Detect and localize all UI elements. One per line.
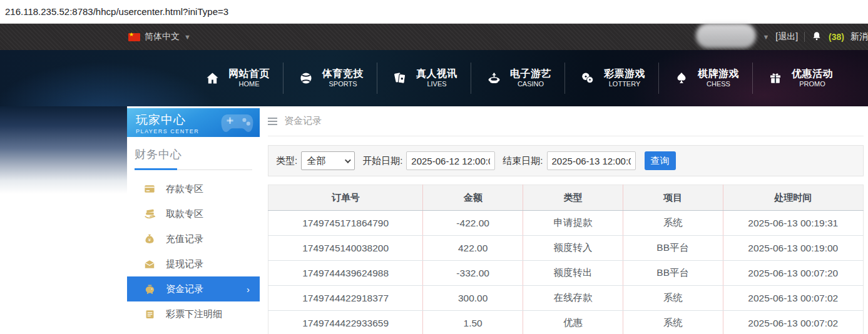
- search-button[interactable]: 查询: [645, 151, 676, 170]
- nav-item[interactable]: 棋牌游戏 CHESS: [658, 63, 752, 94]
- table-header-cell: 金额: [423, 185, 523, 211]
- sidebar-item[interactable]: ¥ 充值记录 ›: [127, 226, 260, 251]
- lottery-balls-icon: [578, 71, 597, 86]
- nav-item-label-en: LOTTERY: [609, 80, 641, 89]
- type-select-value: 全部: [307, 155, 325, 167]
- piggy-bank-icon: [143, 283, 156, 295]
- playing-cards-icon: [391, 71, 409, 86]
- new-messages-link[interactable]: 新消息: [850, 31, 868, 43]
- language-label: 简体中文: [145, 31, 180, 43]
- divider: [804, 32, 805, 42]
- finance-section-title: 财务中心: [135, 147, 252, 170]
- background-fade: [0, 106, 127, 194]
- sidebar: 玩家中心 PLAYERS CENTER 财务中心 存款专区: [127, 108, 260, 334]
- amount-cell: 422.00: [423, 236, 523, 261]
- table-header-cell: 处理时间: [723, 185, 863, 211]
- project-cell: 系统: [623, 311, 723, 334]
- breadcrumb-label: 资金记录: [284, 115, 322, 127]
- main-nav: 网站首页 HOME 体育竞技 SPORTS 真人视讯 LIVES: [0, 50, 868, 106]
- document-icon: [143, 309, 156, 320]
- type-cell: 额度转入: [523, 236, 623, 261]
- sidebar-item-label: 取款专区: [166, 208, 203, 220]
- time-cell: 2025-06-13 00:07:02: [723, 311, 863, 334]
- order-number-cell: 1749744439624988: [268, 261, 423, 286]
- funds-record-table: 订单号 金额 类型 项目 处理时间 1749745171864790: [268, 185, 864, 334]
- nav-item-label-en: CASINO: [518, 80, 544, 89]
- sidebar-item[interactable]: 彩票下注明细 ›: [127, 301, 260, 326]
- sidebar-item-label: 存款专区: [166, 183, 203, 195]
- browser-address-bar[interactable]: 216.118.235.52:8783/hhcp/usercenter.html…: [0, 0, 868, 24]
- gamepad-icon: [220, 112, 255, 137]
- roulette-icon: [484, 71, 503, 86]
- username-blurred: [696, 23, 756, 48]
- table-header-row: 订单号 金额 类型 项目 处理时间: [268, 185, 864, 211]
- amount-cell: -332.00: [423, 261, 523, 286]
- sidebar-item[interactable]: 存款专区 ›: [127, 176, 260, 201]
- envelope-cash-icon: [143, 258, 156, 270]
- nav-item[interactable]: 电子游艺 CASINO: [471, 63, 564, 94]
- main-content: 资金记录 类型: 全部 开始日期: 结束日期: 查询 订单号 金额: [268, 106, 864, 334]
- project-cell: BB平台: [623, 236, 723, 261]
- table-header-cell: 类型: [523, 185, 623, 211]
- table-row: 1749745171864790 -422.00 申请提款 系统 2025-06…: [268, 211, 864, 236]
- time-cell: 2025-06-13 00:07:20: [723, 261, 863, 286]
- breadcrumb: 资金记录: [268, 106, 864, 136]
- table-header-cell: 项目: [623, 185, 723, 211]
- sidebar-item[interactable]: 资金记录 ›: [127, 276, 260, 301]
- sidebar-item[interactable]: 取款专区 ›: [127, 201, 260, 226]
- type-label: 类型:: [276, 155, 297, 167]
- nav-item[interactable]: 体育竞技 SPORTS: [283, 63, 377, 94]
- players-center-header: 玩家中心 PLAYERS CENTER: [127, 108, 260, 137]
- order-number-cell: 1749745140038200: [268, 236, 423, 261]
- page-url[interactable]: 216.118.235.52:8783/hhcp/usercenter.html…: [5, 6, 228, 17]
- sidebar-item-label: 资金记录: [166, 283, 203, 295]
- finance-section: 财务中心: [127, 137, 260, 170]
- section-underline: [135, 170, 252, 170]
- table-row: 1749744422933659 1.50 优惠 系统 2025-06-13 0…: [268, 311, 864, 334]
- nav-item[interactable]: 优惠活动 PROMO: [752, 63, 846, 94]
- sidebar-item-label: 提现记录: [166, 258, 203, 270]
- amount-cell: 300.00: [423, 286, 523, 311]
- nav-item[interactable]: 真人视讯 LIVES: [377, 63, 471, 94]
- language-selector[interactable]: 简体中文 ▼: [128, 31, 191, 43]
- nav-item[interactable]: 彩票游戏 LOTTERY: [564, 63, 658, 94]
- time-cell: 2025-06-13 00:19:00: [723, 236, 863, 261]
- start-date-label: 开始日期:: [362, 155, 402, 167]
- table-row: 1749745140038200 422.00 额度转入 BB平台 2025-0…: [268, 236, 864, 261]
- start-date-input[interactable]: [406, 151, 495, 170]
- sidebar-item[interactable]: 厅室投注记录 ›: [127, 326, 260, 334]
- nav-item-label-zh: 网站首页: [228, 68, 270, 80]
- time-cell: 2025-06-13 00:07:02: [723, 286, 863, 311]
- chevron-down-icon[interactable]: ▼: [762, 33, 769, 41]
- sidebar-item[interactable]: 提现记录 ›: [127, 251, 260, 276]
- gift-icon: [766, 71, 785, 86]
- type-cell: 优惠: [523, 311, 623, 334]
- nav-item-label-zh: 优惠活动: [792, 68, 833, 80]
- nav-item-label-en: PROMO: [799, 80, 825, 89]
- amount-cell: 1.50: [423, 311, 523, 334]
- order-number-cell: 1749745171864790: [268, 211, 423, 236]
- type-cell: 额度转出: [523, 261, 623, 286]
- nav-item[interactable]: 网站首页 HOME: [190, 63, 283, 94]
- nav-item-label-zh: 棋牌游戏: [698, 68, 739, 80]
- type-select[interactable]: 全部: [301, 151, 355, 170]
- money-bag-icon: ¥: [143, 233, 156, 245]
- message-count-badge[interactable]: (38): [829, 32, 844, 42]
- type-cell: 在线存款: [523, 286, 623, 311]
- end-date-label: 结束日期:: [503, 155, 543, 167]
- logout-button[interactable]: [退出]: [775, 31, 798, 43]
- nav-item-label-zh: 真人视讯: [416, 68, 457, 80]
- project-cell: 系统: [623, 211, 723, 236]
- end-date-input[interactable]: [547, 151, 636, 170]
- sidebar-item-label: 充值记录: [166, 233, 203, 245]
- table-row: 1749744422918377 300.00 在线存款 系统 2025-06-…: [268, 286, 864, 311]
- user-area: ▼ [退出] (38) 新消息: [696, 24, 868, 50]
- order-number-cell: 1749744422933659: [268, 311, 423, 334]
- chevron-down-icon: [345, 157, 351, 163]
- bell-icon[interactable]: [811, 31, 822, 44]
- nav-item-label-zh: 彩票游戏: [604, 68, 645, 80]
- project-cell: 系统: [623, 286, 723, 311]
- type-cell: 申请提款: [523, 211, 623, 236]
- chevron-right-icon: ›: [247, 284, 250, 295]
- deposit-card-icon: [143, 183, 156, 195]
